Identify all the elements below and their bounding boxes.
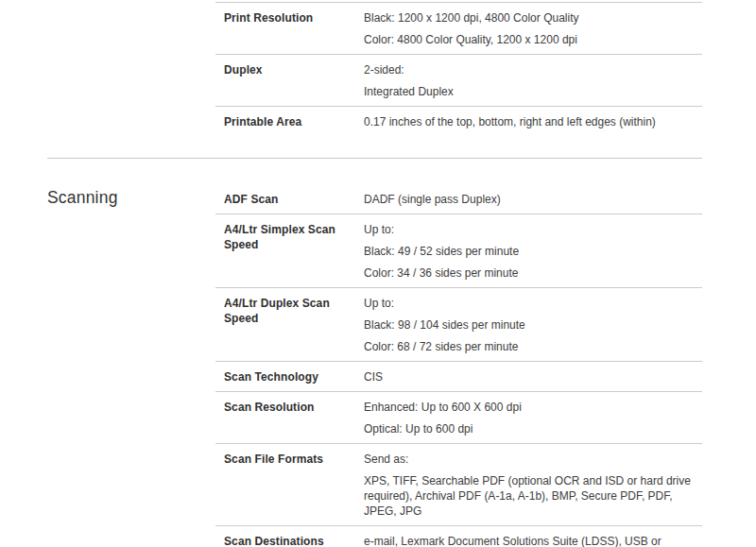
spec-row-scan-technology: Scan Technology CIS <box>215 362 702 392</box>
spec-value-line: DADF (single pass Duplex) <box>364 192 702 207</box>
spec-row-scan-destinations: Scan Destinations e-mail, Lexmark Docume… <box>215 526 702 547</box>
spec-value-scan-resolution: Enhanced: Up to 600 X 600 dpi Optical: U… <box>364 400 702 436</box>
spec-value-printable-area: 0.17 inches of the top, bottom, right an… <box>364 114 702 129</box>
spec-value-line: Black: 98 / 104 sides per minute <box>364 317 702 333</box>
spec-value-line: Color: 68 / 72 sides per minute <box>364 339 702 354</box>
spec-label-scan-file-formats: Scan File Formats <box>215 452 364 467</box>
spec-value-line: Send as: <box>364 452 702 467</box>
section-title-scanning: Scanning <box>47 187 118 208</box>
spec-row-scan-resolution: Scan Resolution Enhanced: Up to 600 X 60… <box>215 392 702 444</box>
spec-label-print-resolution: Print Resolution <box>215 10 364 26</box>
spec-row-print-resolution: Print Resolution Black: 1200 x 1200 dpi,… <box>215 3 702 55</box>
spec-value-line: Black: 49 / 52 sides per minute <box>364 244 702 259</box>
spec-page: Print Resolution Black: 1200 x 1200 dpi,… <box>0 0 756 547</box>
spec-value-print-resolution: Black: 1200 x 1200 dpi, 4800 Color Quali… <box>364 10 702 47</box>
spec-value-line: Enhanced: Up to 600 X 600 dpi <box>364 400 702 415</box>
spec-value-scan-technology: CIS <box>364 369 702 385</box>
spec-value-line: Integrated Duplex <box>364 84 702 99</box>
spec-label-duplex-scan-speed: A4/Ltr Duplex Scan Speed <box>215 296 364 326</box>
spec-row-duplex: Duplex 2-sided: Integrated Duplex <box>215 55 702 107</box>
spec-value-line: Optical: Up to 600 dpi <box>364 421 702 436</box>
spec-value-duplex: 2-sided: Integrated Duplex <box>364 62 702 99</box>
spec-label-scan-resolution: Scan Resolution <box>215 400 364 415</box>
spec-value-line: 0.17 inches of the top, bottom, right an… <box>364 114 702 129</box>
spec-row-scan-file-formats: Scan File Formats Send as: XPS, TIFF, Se… <box>215 444 702 526</box>
spec-value-line: Color: 34 / 36 sides per minute <box>364 265 702 281</box>
spec-value-scan-destinations: e-mail, Lexmark Document Solutions Suite… <box>364 534 702 547</box>
spec-value-line: Black: 1200 x 1200 dpi, 4800 Color Quali… <box>364 10 702 26</box>
spec-row-duplex-scan-speed: A4/Ltr Duplex Scan Speed Up to: Black: 9… <box>215 288 702 362</box>
spec-label-adf-scan: ADF Scan <box>215 192 364 207</box>
spec-row-printable-area: Printable Area 0.17 inches of the top, b… <box>215 107 702 136</box>
spec-value-scan-file-formats: Send as: XPS, TIFF, Searchable PDF (opti… <box>364 452 702 519</box>
printing-spec-table: Print Resolution Black: 1200 x 1200 dpi,… <box>215 2 702 136</box>
spec-row-simplex-scan-speed: A4/Ltr Simplex Scan Speed Up to: Black: … <box>215 214 702 288</box>
spec-value-adf-scan: DADF (single pass Duplex) <box>364 192 702 207</box>
spec-value-line: 2-sided: <box>364 62 702 77</box>
spec-value-line: XPS, TIFF, Searchable PDF (optional OCR … <box>364 473 702 519</box>
scanning-spec-table: ADF Scan DADF (single pass Duplex) A4/Lt… <box>215 184 702 547</box>
spec-value-line: e-mail, Lexmark Document Solutions Suite… <box>364 534 702 547</box>
spec-label-scan-destinations: Scan Destinations <box>215 534 364 547</box>
spec-label-scan-technology: Scan Technology <box>215 369 364 385</box>
spec-value-duplex-scan-speed: Up to: Black: 98 / 104 sides per minute … <box>364 296 702 354</box>
spec-value-line: CIS <box>364 369 702 385</box>
spec-value-line: Up to: <box>364 222 702 237</box>
spec-label-simplex-scan-speed: A4/Ltr Simplex Scan Speed <box>215 222 364 252</box>
spec-row-adf-scan: ADF Scan DADF (single pass Duplex) <box>215 184 702 214</box>
spec-value-line: Color: 4800 Color Quality, 1200 x 1200 d… <box>364 32 702 47</box>
spec-label-printable-area: Printable Area <box>215 114 364 129</box>
spec-value-line: Up to: <box>364 296 702 311</box>
spec-label-duplex: Duplex <box>215 62 364 77</box>
spec-value-simplex-scan-speed: Up to: Black: 49 / 52 sides per minute C… <box>364 222 702 281</box>
section-divider <box>47 158 702 159</box>
